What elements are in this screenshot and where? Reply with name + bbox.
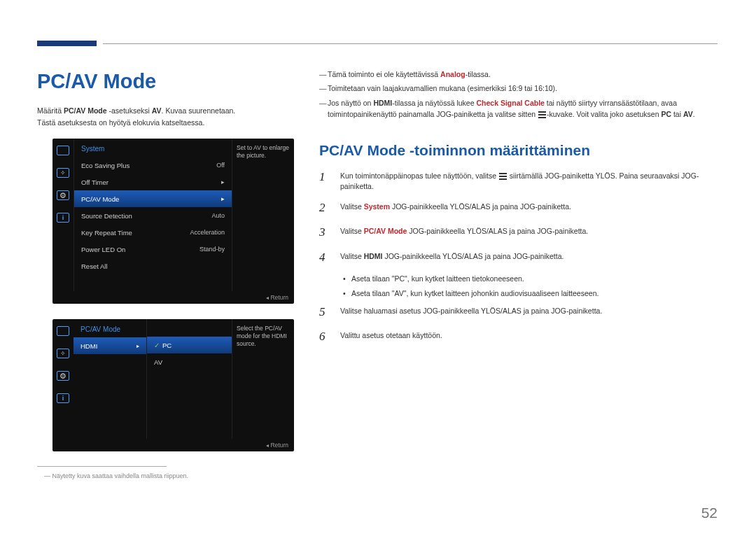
note-item: Toimitetaan vain laajakuvamallien mukana…	[319, 83, 718, 94]
osd-menu-list: System Eco Saving PlusOffOff Timer▸PC/AV…	[74, 139, 232, 291]
osd-row: Off Timer▸	[74, 174, 232, 190]
step-row: 4Valitse HDMI JOG-painikkeella YLÖS/ALAS…	[319, 248, 718, 267]
intro-line2: Tästä asetuksesta on hyötyä elokuvia kat…	[37, 117, 296, 129]
header-divider	[103, 43, 718, 44]
page-number: 52	[701, 505, 718, 521]
step-row: 3Valitse PC/AV Mode JOG-painikkeella YLÖ…	[319, 223, 718, 241]
step-row: 6Valittu asetus otetaan käyttöön.	[319, 328, 718, 346]
intro-text: . Kuvaa suurennetaan.	[162, 106, 236, 115]
step-text: Valitse System JOG-painikkeella YLÖS/ALA…	[340, 199, 718, 213]
bullet-item: Aseta tilaan "AV", kun kytket laitteen j…	[343, 288, 718, 299]
step-text: Valittu asetus otetaan käyttöön.	[340, 328, 718, 342]
step-number: 4	[319, 248, 330, 267]
osd-screenshot-system: System Eco Saving PlusOffOff Timer▸PC/AV…	[52, 139, 294, 304]
osd-row: Reset All	[74, 258, 232, 274]
osd-header: PC/AV Mode	[74, 323, 146, 337]
osd-right-col: ✓PCAV	[147, 319, 232, 439]
step-row: 5Valitse haluamasi asetus JOG-painikkeel…	[319, 303, 718, 321]
osd-row: Source DetectionAuto	[74, 207, 232, 224]
picture-icon	[57, 349, 69, 358]
osd-header: System	[74, 142, 232, 157]
osd-row: Power LED OnStand-by	[74, 241, 232, 258]
section-title: PC/AV Mode -toiminnon määrittäminen	[319, 139, 718, 162]
osd-hint: Select the PC/AV mode for the HDMI sourc…	[232, 319, 294, 439]
step-text: Valitse haluamasi asetus JOG-painikkeell…	[340, 303, 718, 317]
monitor-icon	[57, 326, 69, 336]
monitor-icon	[57, 146, 69, 155]
footnote-text: ― Näytetty kuva saattaa vaihdella mallis…	[44, 472, 188, 479]
step-row: 1Kun toimintonäppäinopas tulee näyttöön,…	[319, 168, 718, 193]
return-label: Return	[266, 442, 288, 449]
osd-row: Eco Saving PlusOff	[74, 157, 232, 174]
gear-icon	[57, 371, 69, 381]
header-accent-bar	[37, 41, 97, 46]
page-title: PC/AV Mode	[37, 70, 156, 93]
step-number: 1	[319, 168, 330, 186]
step-number: 5	[319, 303, 330, 321]
intro-bold: AV	[152, 106, 162, 115]
osd-option: AV	[147, 353, 232, 370]
step-text: Valitse PC/AV Mode JOG-painikkeella YLÖS…	[340, 223, 718, 237]
gear-icon	[57, 190, 69, 200]
notes-list: Tämä toiminto ei ole käytettävissä Analo…	[319, 69, 718, 120]
bullet-list: Aseta tilaan "PC", kun kytket laitteen t…	[343, 273, 718, 300]
analog-label: Analog	[440, 70, 465, 78]
bullet-item: Aseta tilaan "PC", kun kytket laitteen t…	[343, 273, 718, 284]
note-item: Jos näyttö on HDMI-tilassa ja näytössä l…	[319, 97, 718, 120]
note-item: Tämä toiminto ei ole käytettävissä Analo…	[319, 69, 718, 80]
right-column: Tämä toiminto ei ole käytettävissä Analo…	[319, 69, 718, 352]
osd-row: Key Repeat TimeAcceleration	[74, 224, 232, 241]
osd-footer: Return	[52, 439, 294, 451]
step-text: Valitse HDMI JOG-painikkeella YLÖS/ALAS …	[340, 248, 718, 262]
osd-hint: Set to AV to enlarge the picture.	[232, 139, 294, 291]
osd-row: PC/AV Mode▸	[74, 190, 232, 207]
menu-icon	[538, 111, 547, 118]
osd-left-col: PC/AV Mode HDMI ▸	[74, 319, 147, 439]
step-text: Kun toimintonäppäinopas tulee näyttöön, …	[340, 168, 718, 193]
osd-screenshot-pcav: PC/AV Mode HDMI ▸ ✓PCAV Select the PC/AV…	[52, 319, 294, 451]
intro-bold: PC/AV Mode	[64, 106, 107, 115]
intro-block: Määritä PC/AV Mode -asetukseksi AV. Kuva…	[37, 105, 296, 129]
osd-option: ✓PC	[147, 337, 232, 353]
menu-icon	[498, 173, 507, 180]
info-icon	[57, 393, 69, 403]
step-row: 2Valitse System JOG-painikkeella YLÖS/AL…	[319, 199, 718, 217]
info-icon	[57, 213, 69, 223]
steps-list: 1Kun toimintonäppäinopas tulee näyttöön,…	[319, 168, 718, 267]
picture-icon	[57, 168, 69, 178]
osd-footer: Return	[52, 291, 294, 304]
steps-list-cont: 5Valitse haluamasi asetus JOG-painikkeel…	[319, 303, 718, 346]
step-number: 6	[319, 328, 330, 346]
osd-row-hdmi: HDMI ▸	[74, 337, 146, 354]
intro-text: -asetukseksi	[107, 106, 152, 115]
step-number: 3	[319, 223, 330, 241]
step-number: 2	[319, 199, 330, 217]
footnote-divider	[37, 466, 167, 467]
return-label: Return	[266, 294, 288, 301]
intro-text: Määritä	[37, 106, 64, 115]
